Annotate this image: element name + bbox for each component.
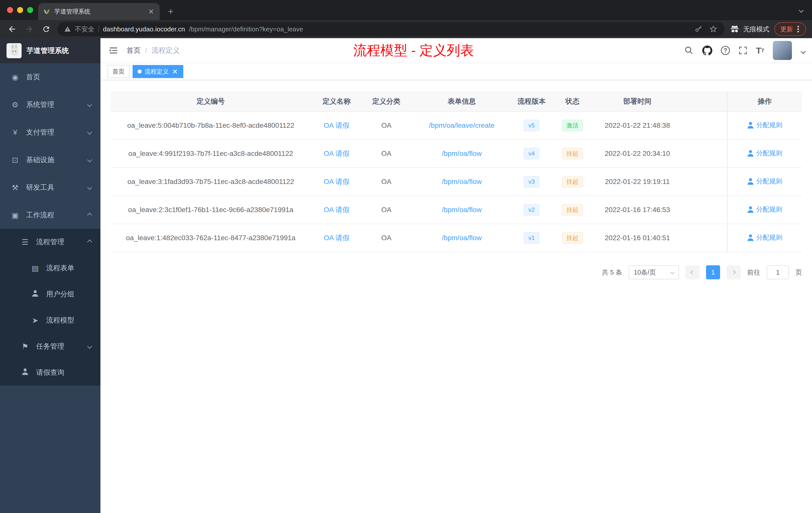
form-info-link[interactable]: /bpm/oa/leave/create	[429, 121, 495, 129]
sidebar-item-task-manage[interactable]: ⚑ 任务管理	[0, 333, 100, 359]
table-row: oa_leave:2:3c1f0ef1-76b1-11ec-9c66-a2380…	[111, 196, 802, 224]
kebab-menu-icon	[798, 28, 799, 30]
search-icon	[684, 46, 694, 55]
version-badge: v5	[524, 120, 539, 131]
form-info-link[interactable]: /bpm/oa/flow	[442, 206, 482, 214]
definition-name-link[interactable]: OA 请假	[324, 121, 349, 129]
tag-close-icon[interactable]	[172, 68, 178, 75]
col-actions: 操作	[727, 91, 802, 112]
main-area: 首页 / 流程定义 流程模型 - 定义列表 ?	[100, 38, 812, 513]
docs-help-button[interactable]: ?	[721, 46, 730, 55]
page-number-button[interactable]: 1	[706, 265, 720, 279]
definition-table: 定义编号 定义名称 定义分类 表单信息 流程版本 状态 部署时间 操作	[111, 91, 802, 252]
goto-label: 前往	[747, 268, 760, 277]
user-avatar[interactable]	[773, 41, 792, 60]
app-logo[interactable]: 芋道管理系统	[0, 38, 100, 63]
assign-rule-link[interactable]: 分配规则	[747, 121, 782, 129]
browser-tab[interactable]: 芋道管理系统	[38, 3, 160, 20]
sidebar-item-label: 用户分组	[46, 290, 74, 299]
sidebar-toggle-button[interactable]	[100, 38, 126, 63]
active-dot	[138, 69, 142, 73]
sidebar-item-home[interactable]: ◉ 首页	[0, 63, 100, 91]
definition-name-link[interactable]: OA 请假	[324, 234, 349, 242]
spacer-cell	[680, 112, 727, 140]
tag-label: 首页	[113, 67, 124, 76]
assign-rule-link[interactable]: 分配规则	[747, 205, 782, 214]
forward-button[interactable]	[23, 23, 35, 35]
sidebar-item-process-manage[interactable]: ☰ 流程管理	[0, 229, 100, 255]
tag-process-definition[interactable]: 流程定义	[133, 65, 183, 78]
screen: 芋道管理系统 不安全 dashboard.yudao.iocoder.cn /b…	[0, 0, 812, 513]
page-size-select[interactable]: 10条/页	[629, 265, 679, 279]
definition-name-link[interactable]: OA 请假	[324, 206, 349, 214]
incognito-label: 无痕模式	[743, 25, 769, 34]
avatar-caret-icon[interactable]	[802, 46, 805, 55]
maximize-window-button[interactable]	[27, 7, 33, 13]
browser-update-menu-button[interactable]: 更新	[774, 22, 806, 36]
sidebar-item-user-group[interactable]: 用户分组	[0, 281, 100, 307]
close-window-button[interactable]	[7, 7, 13, 13]
address-bar[interactable]: 不安全 dashboard.yudao.iocoder.cn /bpm/mana…	[57, 22, 725, 36]
sidebar-item-system[interactable]: ⚙ 系统管理	[0, 91, 100, 118]
search-button[interactable]	[684, 46, 694, 55]
definition-id: oa_leave:4:991f2193-7b7f-11ec-a3c8-acde4…	[111, 140, 311, 168]
back-button[interactable]	[6, 23, 18, 35]
goto-page-input[interactable]	[767, 265, 789, 279]
table-row: oa_leave:3:1fad3d93-7b75-11ec-a3c8-acde4…	[111, 168, 802, 196]
sidebar-item-infrastructure[interactable]: ⊡ 基础设施	[0, 146, 100, 174]
person-icon	[747, 178, 754, 185]
form-info-link[interactable]: /bpm/oa/flow	[442, 234, 482, 242]
sidebar-item-label: 研发工具	[26, 183, 54, 192]
forward-arrow-icon	[25, 25, 34, 34]
new-tab-button[interactable]	[164, 4, 178, 19]
font-size-button[interactable]: TT	[756, 46, 764, 55]
col-deploy-time: 部署时间	[594, 91, 680, 112]
next-page-button[interactable]	[727, 265, 741, 279]
table-row: oa_leave:1:482ec033-762a-11ec-8477-a2380…	[111, 224, 802, 252]
sidebar-item-leave-query[interactable]: 请假查询	[0, 359, 100, 386]
browser-toolbar: 不安全 dashboard.yudao.iocoder.cn /bpm/mana…	[0, 20, 812, 38]
tab-favicon-icon	[43, 8, 50, 15]
form-info-link[interactable]: /bpm/oa/flow	[442, 178, 482, 185]
sidebar-item-payment[interactable]: ¥ 支付管理	[0, 118, 100, 146]
sidebar-item-process-form[interactable]: ▤ 流程表单	[0, 255, 100, 281]
process-manage-icon: ☰	[20, 238, 30, 246]
leave-query-icon	[20, 368, 30, 377]
person-icon	[747, 234, 754, 241]
app: 芋道管理系统 ◉ 首页 ⚙ 系统管理 ¥ 支付管理 ⊡	[0, 38, 812, 513]
sidebar-item-process-model[interactable]: ➤ 流程模型	[0, 307, 100, 333]
sidebar-item-label: 系统管理	[26, 100, 54, 110]
question-icon: ?	[721, 46, 730, 55]
assign-rule-link[interactable]: 分配规则	[747, 149, 782, 158]
url-host: dashboard.yudao.iocoder.cn	[103, 25, 185, 33]
assign-rule-link[interactable]: 分配规则	[747, 177, 782, 186]
col-status: 状态	[550, 91, 594, 112]
tag-home[interactable]: 首页	[108, 65, 129, 78]
page-unit-label: 页	[795, 268, 802, 277]
prev-page-button[interactable]	[686, 265, 699, 279]
definition-name-link[interactable]: OA 请假	[324, 150, 349, 157]
infrastructure-icon: ⊡	[10, 156, 20, 164]
chevron-down-icon	[88, 344, 91, 348]
sidebar-item-dev-tools[interactable]: ⚒ 研发工具	[0, 174, 100, 201]
app-title: 芋道管理系统	[27, 46, 69, 56]
spacer-cell	[680, 196, 727, 224]
tab-search-button[interactable]	[800, 5, 803, 14]
status-badge: 挂起	[562, 176, 583, 187]
github-button[interactable]	[702, 46, 712, 56]
minimize-window-button[interactable]	[17, 7, 23, 13]
status-badge: 挂起	[562, 232, 583, 244]
assign-rule-link[interactable]: 分配规则	[747, 233, 782, 242]
password-key-icon[interactable]	[695, 25, 703, 33]
breadcrumb-home[interactable]: 首页	[126, 46, 141, 55]
tab-close-icon[interactable]	[148, 8, 155, 15]
form-info-link[interactable]: /bpm/oa/flow	[442, 150, 482, 157]
definition-name-link[interactable]: OA 请假	[324, 178, 349, 185]
bookmark-star-icon[interactable]	[709, 25, 718, 33]
fullscreen-button[interactable]	[738, 46, 748, 55]
definition-category: OA	[362, 140, 410, 168]
tags-bar: 首页 流程定义	[100, 63, 812, 80]
reload-button[interactable]	[40, 23, 52, 35]
sidebar-item-workflow[interactable]: ▣ 工作流程	[0, 201, 100, 229]
sidebar-item-label: 首页	[26, 72, 40, 82]
